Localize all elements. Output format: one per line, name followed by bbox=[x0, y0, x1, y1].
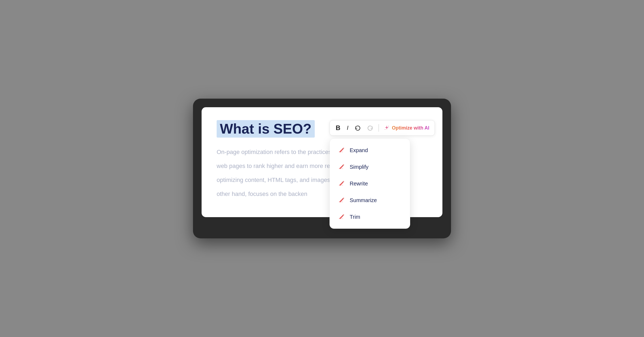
svg-point-0 bbox=[388, 126, 389, 126]
svg-point-12 bbox=[343, 198, 344, 198]
italic-button[interactable]: I bbox=[344, 123, 351, 132]
svg-point-10 bbox=[344, 182, 344, 182]
sparkle-icon bbox=[384, 125, 390, 131]
summarize-icon bbox=[337, 196, 345, 204]
dropdown-item-trim[interactable]: Trim bbox=[330, 209, 410, 225]
redo-icon bbox=[367, 125, 373, 131]
toolbar: B I bbox=[330, 120, 435, 136]
expand-icon bbox=[337, 146, 345, 154]
svg-point-15 bbox=[343, 214, 344, 215]
rewrite-label: Rewrite bbox=[350, 181, 368, 187]
editor-content: What is SEO? B I bbox=[217, 120, 427, 200]
dropdown-item-summarize[interactable]: Summarize bbox=[330, 192, 410, 209]
device-frame: What is SEO? B I bbox=[193, 99, 451, 238]
dropdown-item-expand[interactable]: Expand bbox=[330, 142, 410, 159]
trim-icon bbox=[337, 213, 345, 221]
svg-point-7 bbox=[344, 165, 344, 166]
dropdown-item-simplify[interactable]: Simplify bbox=[330, 159, 410, 175]
svg-point-13 bbox=[344, 198, 344, 199]
svg-point-4 bbox=[344, 148, 344, 149]
optimize-label: Optimize with AI bbox=[392, 125, 429, 131]
page-title: What is SEO? bbox=[217, 120, 315, 138]
bold-button[interactable]: B bbox=[333, 123, 343, 133]
editor-container: What is SEO? B I bbox=[202, 107, 442, 217]
trim-label: Trim bbox=[350, 214, 360, 220]
undo-icon bbox=[355, 125, 361, 131]
summarize-label: Summarize bbox=[350, 197, 377, 203]
simplify-label: Simplify bbox=[350, 164, 368, 170]
simplify-icon bbox=[337, 163, 345, 171]
svg-point-9 bbox=[343, 181, 344, 182]
undo-button[interactable] bbox=[352, 123, 363, 132]
toolbar-divider bbox=[378, 124, 379, 132]
ai-dropdown: Expand Simplify bbox=[330, 138, 410, 229]
svg-point-1 bbox=[385, 129, 385, 130]
svg-point-16 bbox=[344, 215, 344, 216]
svg-point-3 bbox=[343, 148, 344, 148]
redo-button[interactable] bbox=[364, 123, 376, 132]
optimize-with-ai-button[interactable]: Optimize with AI bbox=[382, 124, 431, 132]
expand-label: Expand bbox=[350, 147, 368, 153]
dropdown-item-rewrite[interactable]: Rewrite bbox=[330, 175, 410, 192]
rewrite-icon bbox=[337, 180, 345, 188]
title-row: What is SEO? B I bbox=[217, 120, 427, 138]
svg-point-6 bbox=[343, 164, 344, 165]
